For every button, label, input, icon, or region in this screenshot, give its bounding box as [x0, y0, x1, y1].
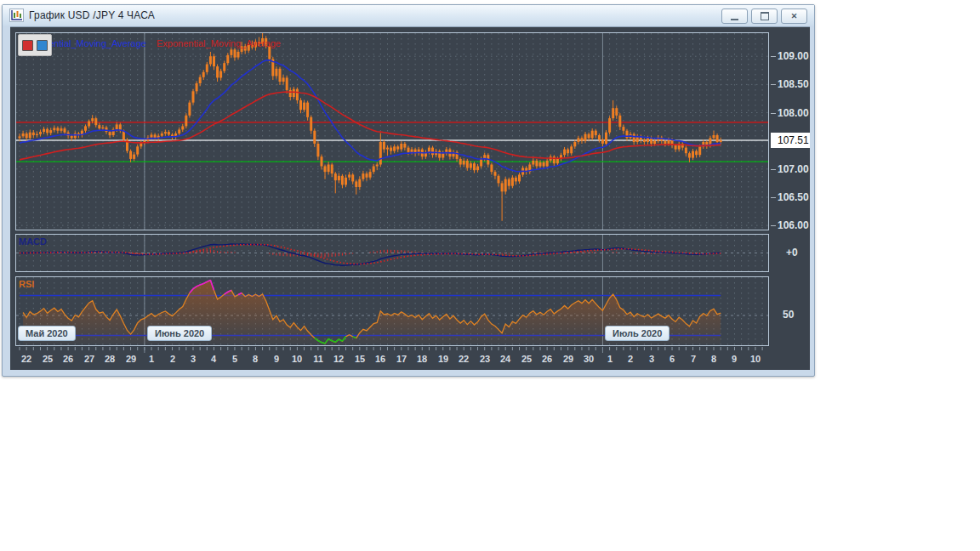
rsi-axis-label: 50 [783, 309, 794, 321]
blue-indicator-button[interactable] [37, 40, 48, 51]
x-axis-label: 28 [105, 354, 115, 364]
x-axis-label: 2 [170, 354, 175, 364]
title-bar[interactable]: График USD /JPY 4 ЧАСА ✕ [3, 5, 814, 26]
red-indicator-button[interactable] [22, 40, 33, 51]
x-axis-label: 8 [253, 354, 258, 364]
rsi-label: RSI [19, 279, 34, 289]
x-axis-label: 30 [584, 354, 594, 364]
window-title: График USD /JPY 4 ЧАСА [29, 9, 155, 21]
x-axis-label: 19 [438, 354, 448, 364]
restore-icon [761, 12, 769, 20]
x-axis-label: 8 [711, 354, 716, 364]
price-chart-canvas [16, 33, 768, 230]
price-axis-label: 108.00 [778, 106, 815, 120]
x-axis-label: 12 [333, 354, 344, 364]
macd-label: MACD [19, 236, 47, 247]
minimize-icon [731, 19, 738, 20]
x-axis-label: 27 [84, 354, 94, 364]
chart-client-area: Exponential_Moving_Average Exponential_M… [10, 26, 810, 370]
x-axis-label: 2 [628, 354, 633, 364]
macd-axis-label: +0 [786, 247, 798, 258]
close-icon: ✕ [791, 12, 798, 20]
x-axis-label: 25 [521, 354, 532, 364]
price-axis-tick [771, 197, 776, 198]
x-axis-label: 5 [232, 354, 237, 364]
x-axis-label: 3 [191, 354, 196, 364]
price-axis-label: 106.00 [778, 219, 815, 232]
x-axis-label: 22 [459, 354, 469, 364]
month-label-june: Июнь 2020 [147, 326, 212, 341]
x-axis-label: 16 [375, 354, 385, 364]
x-axis-label: 9 [274, 354, 279, 364]
month-label-july: Июль 2020 [605, 326, 669, 341]
x-axis-label: 17 [396, 354, 407, 364]
x-axis-label: 10 [750, 354, 761, 364]
price-axis-label: 109.00 [778, 49, 815, 63]
x-axis-label: 6 [669, 354, 675, 364]
x-axis-label: 22 [21, 354, 31, 364]
x-axis-tick-strip[interactable] [15, 347, 769, 353]
x-axis-label: 26 [63, 354, 73, 364]
chart-window: График USD /JPY 4 ЧАСА ✕ Exponential_Mov… [2, 4, 815, 377]
x-axis-label: 29 [126, 354, 136, 364]
x-axis-label: 1 [607, 354, 612, 364]
x-axis-label: 1 [149, 354, 154, 364]
x-axis-label: 9 [732, 354, 737, 364]
ema-slow-legend-label: Exponential_Moving_Average [157, 38, 281, 48]
x-axis-label: 7 [691, 354, 696, 364]
price-axis-tick [771, 84, 776, 85]
x-axis-label: 18 [417, 354, 427, 364]
x-axis-label: 25 [43, 354, 53, 364]
indicator-buttons[interactable] [18, 34, 52, 56]
x-axis-label: 23 [480, 354, 490, 364]
price-axis-label: 108.50 [778, 77, 815, 91]
price-axis-tick [771, 113, 776, 114]
price-axis-tick [771, 56, 776, 57]
x-axis-label: 29 [563, 354, 573, 364]
macd-canvas [16, 235, 768, 271]
price-axis-label: 107.00 [778, 162, 815, 176]
current-price-tag: 107.51 [771, 133, 810, 148]
x-axis-label: 26 [542, 354, 552, 364]
x-axis-label: 24 [500, 354, 510, 364]
minimize-button[interactable] [721, 9, 748, 24]
chart-icon [9, 9, 24, 22]
month-label-may: Май 2020 [18, 326, 76, 341]
x-axis-label: 4 [211, 354, 216, 364]
price-axis-tick [771, 225, 776, 226]
x-axis-label: 11 [313, 354, 323, 364]
x-axis[interactable]: 2225262728291234589101112151617181922232… [16, 354, 773, 366]
close-button[interactable]: ✕ [781, 9, 807, 24]
x-axis-label: 3 [649, 354, 654, 364]
legend: Exponential_Moving_Average Exponential_M… [22, 38, 281, 48]
price-axis-tick [771, 169, 776, 170]
price-axis-label: 106.50 [778, 190, 815, 204]
price-chart-panel[interactable] [15, 32, 769, 230]
x-axis-label: 10 [292, 354, 302, 364]
macd-panel[interactable] [15, 234, 769, 272]
restore-button[interactable] [751, 9, 778, 24]
x-axis-label: 15 [355, 354, 365, 364]
